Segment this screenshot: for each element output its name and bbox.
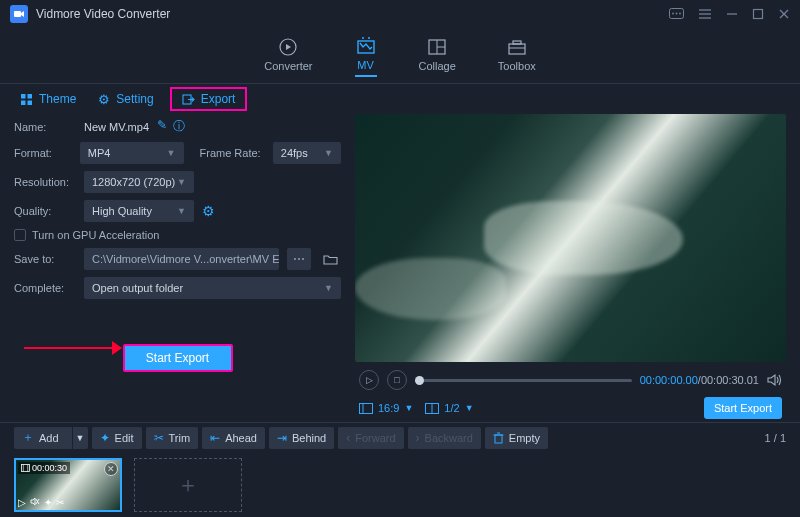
chevron-down-icon: ▼: [324, 148, 333, 158]
menu-icon[interactable]: [698, 8, 712, 21]
chevron-left-icon: ‹: [346, 431, 350, 445]
nav-toolbox[interactable]: Toolbox: [498, 36, 536, 76]
trim-label: Trim: [169, 432, 191, 444]
info-icon[interactable]: ⓘ: [173, 118, 185, 135]
forward-button[interactable]: ‹ Forward: [338, 427, 403, 449]
resolution-label: Resolution:: [14, 176, 76, 188]
chevron-down-icon: ▼: [177, 206, 186, 216]
export-panel: Name: New MV.mp4 ✎ ⓘ Format: MP4 ▼ Frame…: [0, 114, 355, 422]
sub-nav: Theme ⚙ Setting Export: [0, 84, 800, 114]
chevron-down-icon: ▼: [465, 403, 474, 413]
pager: 1 / 1: [765, 432, 786, 444]
add-clip-button[interactable]: ＋: [134, 458, 242, 512]
clip-play-icon[interactable]: ▷: [18, 497, 26, 508]
nav-mv[interactable]: MV: [355, 35, 377, 77]
app-title: Vidmore Video Converter: [36, 7, 669, 21]
chevron-down-icon: ▼: [324, 283, 333, 293]
svg-rect-31: [495, 435, 502, 443]
setting-icon: ⚙: [98, 92, 110, 107]
tab-setting[interactable]: ⚙ Setting: [92, 88, 159, 111]
behind-button[interactable]: ⇥ Behind: [269, 427, 334, 449]
gpu-checkbox[interactable]: Turn on GPU Acceleration: [14, 229, 341, 241]
format-dropdown[interactable]: MP4 ▼: [80, 142, 184, 164]
clip-trim-icon[interactable]: ✂: [56, 497, 64, 508]
collage-icon: [426, 36, 448, 58]
clip-mute-icon[interactable]: [30, 497, 40, 508]
theme-icon: [20, 93, 33, 106]
clip-duration-tag: 00:00:30: [18, 462, 70, 474]
svg-rect-25: [28, 100, 33, 105]
main-nav: Converter MV Collage Toolbox: [0, 28, 800, 84]
nav-toolbox-label: Toolbox: [498, 60, 536, 72]
rename-icon[interactable]: ✎: [157, 118, 167, 135]
empty-label: Empty: [509, 432, 540, 444]
complete-dropdown[interactable]: Open output folder ▼: [84, 277, 341, 299]
svg-rect-22: [21, 94, 26, 99]
forward-label: Forward: [355, 432, 395, 444]
close-button[interactable]: [778, 8, 790, 21]
side-start-export-button[interactable]: Start Export: [704, 397, 782, 419]
stop-button[interactable]: □: [387, 370, 407, 390]
backward-button[interactable]: › Backward: [408, 427, 481, 449]
gpu-label: Turn on GPU Acceleration: [32, 229, 159, 241]
timeline-slider[interactable]: [415, 379, 632, 382]
svg-rect-27: [360, 403, 373, 413]
saveto-value: C:\Vidmore\Vidmore V...onverter\MV Expor…: [92, 253, 279, 265]
minimize-button[interactable]: [726, 8, 738, 21]
name-label: Name:: [14, 121, 76, 133]
chevron-down-icon: ▼: [167, 148, 176, 158]
quality-dropdown[interactable]: High Quality ▼: [84, 200, 194, 222]
aspect-ratio-dropdown[interactable]: 16:9 ▼: [359, 402, 413, 414]
resolution-value: 1280x720 (720p): [92, 176, 175, 188]
feedback-icon[interactable]: [669, 8, 684, 21]
chevron-right-icon: ›: [416, 431, 420, 445]
framerate-value: 24fps: [281, 147, 308, 159]
aspect-bar: 16:9 ▼ 1/2 ▼ Start Export: [355, 394, 786, 422]
saveto-input[interactable]: C:\Vidmore\Vidmore V...onverter\MV Expor…: [84, 248, 279, 270]
resolution-dropdown[interactable]: 1280x720 (720p) ▼: [84, 171, 194, 193]
browse-button[interactable]: ⋯: [287, 248, 311, 270]
page-icon: [425, 403, 439, 414]
nav-mv-label: MV: [357, 59, 374, 71]
edit-button[interactable]: ✦ Edit: [92, 427, 142, 449]
nav-collage[interactable]: Collage: [419, 36, 456, 76]
clip-thumbnail[interactable]: 00:00:30 ✕ ▷ ✦ ✂: [14, 458, 122, 512]
add-label: Add: [39, 432, 59, 444]
chevron-down-icon: ▼: [177, 177, 186, 187]
svg-rect-19: [509, 44, 525, 54]
bottom-toolbar: ＋Add ▼ ✦ Edit ✂ Trim ⇤ Ahead ⇥ Behind ‹ …: [0, 422, 800, 452]
tab-theme[interactable]: Theme: [14, 88, 82, 110]
trash-icon: [493, 432, 504, 444]
tab-export-label: Export: [201, 92, 236, 106]
clip-tray: 00:00:30 ✕ ▷ ✦ ✂ ＋: [0, 452, 800, 517]
ahead-button[interactable]: ⇤ Ahead: [202, 427, 265, 449]
complete-value: Open output folder: [92, 282, 183, 294]
quality-label: Quality:: [14, 205, 76, 217]
play-button[interactable]: ▷: [359, 370, 379, 390]
clip-effects-icon[interactable]: ✦: [44, 497, 52, 508]
video-preview[interactable]: [355, 114, 786, 362]
add-button[interactable]: ＋Add ▼: [14, 427, 88, 449]
format-label: Format:: [14, 147, 72, 159]
open-folder-button[interactable]: [319, 248, 341, 270]
start-export-button[interactable]: Start Export: [123, 344, 233, 372]
clip-remove-button[interactable]: ✕: [104, 462, 118, 476]
add-dropdown-toggle[interactable]: ▼: [72, 427, 88, 449]
complete-label: Complete:: [14, 282, 76, 294]
nav-converter[interactable]: Converter: [264, 36, 312, 76]
svg-rect-24: [21, 100, 26, 105]
quality-settings-button[interactable]: ⚙: [202, 203, 215, 219]
empty-button[interactable]: Empty: [485, 427, 548, 449]
wand-icon: ✦: [100, 431, 110, 445]
framerate-dropdown[interactable]: 24fps ▼: [273, 142, 341, 164]
page-dropdown[interactable]: 1/2 ▼: [425, 402, 473, 414]
tab-export[interactable]: Export: [170, 87, 248, 111]
scissors-icon: ✂: [154, 431, 164, 445]
preview-panel: ▷ □ 00:00:00.00/00:00:30.01 16:9 ▼: [355, 114, 800, 422]
window-controls: [669, 8, 790, 21]
svg-point-2: [672, 12, 674, 14]
trim-button[interactable]: ✂ Trim: [146, 427, 199, 449]
maximize-button[interactable]: [752, 8, 764, 21]
svg-rect-0: [14, 11, 21, 17]
volume-button[interactable]: [767, 373, 782, 387]
